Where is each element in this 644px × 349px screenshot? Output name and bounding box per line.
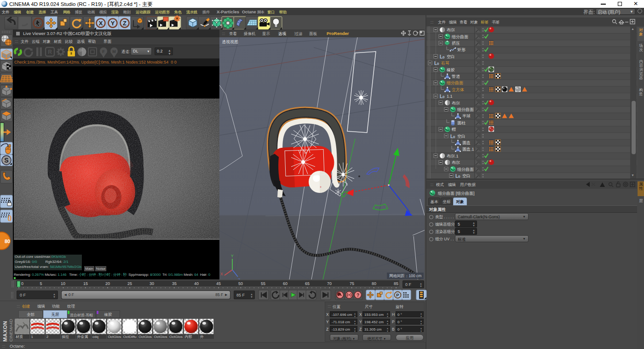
svg-text:0: 0 — [21, 281, 23, 286]
svg-text:圆柱: 圆柱 — [457, 121, 466, 125]
svg-text:2: 2 — [46, 335, 49, 339]
svg-text:L0: L0 — [455, 174, 460, 179]
svg-text:OctGlos: OctGlos — [169, 335, 183, 339]
svg-text:布尔: 布尔 — [452, 160, 460, 165]
svg-text:外: 外 — [200, 335, 204, 339]
svg-text:L0: L0 — [450, 134, 455, 139]
svg-text:L0: L0 — [434, 61, 439, 66]
svg-text:X: X — [99, 20, 103, 27]
svg-text:1: 1 — [31, 335, 33, 339]
svg-text:1.1: 1.1 — [447, 94, 453, 99]
svg-text:Y: Y — [231, 254, 234, 258]
svg-text:布尔: 布尔 — [452, 101, 460, 105]
svg-text:细分曲面: 细分曲面 — [446, 81, 463, 85]
svg-text:圆盘.1: 圆盘.1 — [462, 147, 474, 151]
svg-text:25: 25 — [127, 281, 132, 286]
svg-text:操拉: 操拉 — [62, 335, 69, 339]
svg-text:60: 60 — [283, 281, 288, 286]
svg-text:布尔: 布尔 — [447, 28, 455, 32]
svg-text:半球: 半球 — [462, 114, 471, 118]
svg-text:80: 80 — [372, 281, 376, 286]
svg-text:空白: 空白 — [447, 54, 455, 59]
svg-text:L0: L0 — [440, 94, 445, 99]
svg-text:15: 15 — [83, 281, 88, 286]
svg-text:10: 10 — [61, 281, 65, 286]
svg-text:矩形: 矩形 — [457, 47, 466, 52]
svg-text:P: P — [396, 292, 399, 297]
svg-text:布尔.1: 布尔.1 — [447, 154, 459, 158]
svg-text:L0: L0 — [440, 54, 445, 59]
svg-text:20: 20 — [105, 281, 110, 286]
svg-text:右耳: 右耳 — [441, 61, 449, 65]
svg-text:细分曲面: 细分曲面 — [457, 107, 474, 112]
svg-text:内部: 内部 — [184, 335, 192, 339]
svg-text:45: 45 — [216, 281, 221, 286]
svg-text:管道: 管道 — [452, 74, 460, 79]
svg-text:圆盘: 圆盘 — [462, 140, 471, 145]
svg-text:网格间距：100 cm: 网格间距：100 cm — [389, 273, 421, 278]
svg-text:65: 65 — [305, 281, 310, 286]
svg-text:立方体: 立方体 — [452, 87, 464, 92]
svg-text:空白: 空白 — [457, 134, 466, 139]
svg-text:30: 30 — [150, 281, 154, 286]
svg-text:70: 70 — [327, 281, 332, 286]
svg-text:35: 35 — [172, 281, 177, 286]
svg-text:OctGlos: OctGlos — [154, 335, 167, 339]
svg-text:75: 75 — [350, 281, 354, 286]
svg-text:40: 40 — [194, 281, 199, 286]
svg-text:OctDiffu: OctDiffu — [123, 335, 137, 339]
svg-text:5: 5 — [40, 281, 42, 286]
svg-text:细分曲面: 细分曲面 — [451, 35, 468, 39]
svg-text:85: 85 — [394, 281, 398, 286]
svg-text:X: X — [220, 272, 223, 276]
svg-text:80: 80 — [5, 238, 10, 244]
svg-text:橡胶: 橡胶 — [446, 68, 455, 72]
svg-text:CINEMA4D: CINEMA4D — [8, 319, 13, 342]
svg-text:外金属: 外金属 — [77, 335, 88, 339]
svg-text:F: F — [102, 49, 105, 54]
svg-text:空白: 空白 — [462, 174, 471, 178]
svg-text:50: 50 — [238, 281, 243, 286]
svg-text:55: 55 — [261, 281, 265, 286]
svg-text:OctGlos: OctGlos — [108, 335, 121, 339]
svg-text:(): () — [8, 214, 12, 221]
svg-text:帽: 帽 — [452, 127, 456, 132]
svg-text:R: R — [48, 49, 52, 55]
svg-text:S: S — [4, 157, 8, 164]
svg-text:挤压: 挤压 — [452, 41, 460, 46]
svg-text:?: ? — [356, 293, 359, 298]
svg-text:细分曲面: 细分曲面 — [457, 167, 474, 172]
svg-text:Y: Y — [111, 20, 115, 27]
svg-text:cdq: cdq — [92, 335, 98, 339]
svg-text:OctGlos: OctGlos — [138, 335, 152, 339]
svg-text:M: M — [112, 49, 116, 54]
svg-text:Z: Z — [123, 20, 126, 27]
svg-text:材质: 材质 — [15, 335, 23, 339]
svg-text:MAXON: MAXON — [2, 321, 8, 342]
